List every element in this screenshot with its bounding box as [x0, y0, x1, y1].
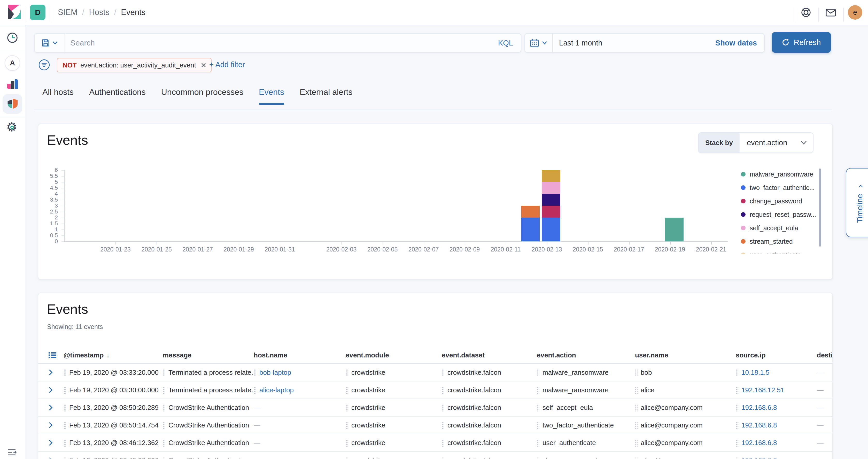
drag-handle[interactable] — [537, 386, 539, 394]
column-header-message[interactable]: message — [163, 351, 254, 359]
legend-item-self-accept-eula[interactable]: self_accept_eula — [741, 223, 798, 233]
kql-search-bar[interactable]: Search KQL — [34, 33, 521, 53]
expand-row-icon[interactable] — [49, 439, 64, 446]
remove-filter-icon[interactable] — [201, 63, 206, 67]
expand-row-icon[interactable] — [49, 457, 64, 459]
cell-host[interactable]: bob-laptop — [254, 369, 346, 376]
cell-host[interactable]: — — [254, 404, 346, 412]
cell-destination[interactable]: — — [817, 404, 833, 412]
drag-handle[interactable] — [736, 421, 738, 429]
cell-message[interactable]: CrowdStrike Authentication — [163, 404, 254, 412]
drag-handle[interactable] — [635, 386, 638, 394]
cell-dataset[interactable]: crowdstrike.falcon — [442, 386, 537, 394]
cell-value[interactable]: crowdstrike.falcon — [447, 456, 501, 459]
cell-value[interactable]: crowdstrike — [351, 439, 385, 447]
column-header-destination-ip[interactable]: destination.ip — [817, 351, 833, 359]
legend-item-malware-ransomware[interactable]: malware_ransomware — [741, 170, 813, 179]
drag-handle[interactable] — [736, 369, 738, 376]
filter-options-button[interactable] — [38, 59, 50, 71]
expand-row-icon[interactable] — [49, 369, 64, 376]
cell-module[interactable]: crowdstrike — [346, 404, 442, 412]
cell-value[interactable]: 192.168.6.8 — [741, 404, 777, 412]
bar-segment-malware-ransomware[interactable] — [665, 218, 684, 241]
drag-handle[interactable] — [442, 386, 444, 394]
drag-handle[interactable] — [64, 439, 66, 447]
cell-message[interactable]: CrowdStrike Authentication — [163, 456, 254, 459]
cell-value[interactable]: crowdstrike.falcon — [447, 386, 501, 394]
column-header-event-dataset[interactable]: event.dataset — [442, 351, 537, 359]
cell-host[interactable]: — — [254, 456, 346, 459]
drag-handle[interactable] — [64, 404, 66, 411]
cell-action[interactable]: self_accept_eula — [537, 404, 635, 412]
cell-value[interactable]: 192.168.6.8 — [741, 421, 777, 429]
drag-handle[interactable] — [635, 404, 638, 411]
cell-value[interactable]: Feb 19, 2020 @ 03:30:00.000 — [69, 386, 159, 394]
cell-timestamp[interactable]: Feb 13, 2020 @ 08:46:12.362 — [64, 439, 163, 447]
column-header-user-name[interactable]: user.name — [635, 351, 736, 359]
drag-handle[interactable] — [442, 439, 444, 447]
cell-destination[interactable]: — — [817, 456, 833, 459]
cell-host[interactable]: — — [254, 421, 346, 429]
cell-source-ip[interactable]: 10.18.1.5 — [736, 369, 817, 376]
cell-value[interactable]: bob-laptop — [259, 369, 291, 376]
legend-item-change-password[interactable]: change_password — [741, 196, 802, 206]
cell-source-ip[interactable]: 192.168.6.8 — [736, 456, 817, 459]
cell-module[interactable]: crowdstrike — [346, 456, 442, 459]
column-header-host-name[interactable]: host.name — [254, 351, 346, 359]
sidebar-item-recently-viewed[interactable] — [0, 32, 25, 43]
drag-handle[interactable] — [736, 439, 738, 447]
cell-value[interactable]: 192.168.6.8 — [741, 456, 777, 459]
drag-handle[interactable] — [442, 421, 444, 429]
query-language-button[interactable]: KQL — [498, 39, 521, 47]
drag-handle[interactable] — [254, 386, 256, 394]
cell-action[interactable]: malware_ransomware — [537, 386, 635, 394]
cell-value[interactable]: alice — [641, 386, 654, 394]
cell-value[interactable]: CrowdStrike Authentication — [168, 439, 249, 447]
space-badge[interactable]: D — [30, 5, 45, 20]
cell-value[interactable]: Feb 13, 2020 @ 08:45:20.236 — [69, 456, 159, 459]
cell-value[interactable]: self_accept_eula — [542, 404, 593, 412]
cell-dataset[interactable]: crowdstrike.falcon — [442, 456, 537, 459]
saved-query-menu-button[interactable] — [35, 34, 65, 52]
cell-value[interactable]: crowdstrike — [351, 421, 385, 429]
show-dates-button[interactable]: Show dates — [715, 39, 764, 47]
cell-source-ip[interactable]: 192.168.6.8 — [736, 404, 817, 412]
cell-value[interactable]: Feb 13, 2020 @ 08:50:14.754 — [69, 421, 159, 429]
cell-value[interactable]: alice@company.com — [641, 439, 703, 447]
drag-handle[interactable] — [736, 404, 738, 411]
drag-handle[interactable] — [635, 421, 638, 429]
user-avatar[interactable]: e — [848, 5, 862, 20]
drag-handle[interactable] — [537, 439, 539, 447]
cell-dataset[interactable]: crowdstrike.falcon — [442, 404, 537, 412]
cell-value[interactable]: 10.18.1.5 — [741, 369, 769, 376]
cell-value[interactable]: 192.168.12.51 — [741, 386, 784, 394]
cell-user[interactable]: alice@company.com — [635, 439, 736, 447]
cell-module[interactable]: crowdstrike — [346, 421, 442, 429]
drag-handle[interactable] — [346, 369, 348, 376]
drag-handle[interactable] — [635, 456, 638, 459]
drag-handle[interactable] — [442, 369, 444, 376]
drag-handle[interactable] — [736, 456, 738, 459]
add-filter-button[interactable]: + Add filter — [209, 60, 245, 69]
drag-handle[interactable] — [254, 369, 256, 376]
cell-value[interactable]: alice-laptop — [259, 386, 294, 394]
cell-value[interactable]: crowdstrike — [351, 404, 385, 412]
cell-host[interactable]: alice-laptop — [254, 386, 346, 394]
cell-value[interactable]: crowdstrike.falcon — [447, 421, 501, 429]
cell-host[interactable]: — — [254, 439, 346, 447]
drag-handle[interactable] — [64, 421, 66, 429]
newsfeed-envelope-icon[interactable] — [826, 9, 836, 17]
cell-destination[interactable]: — — [817, 369, 833, 376]
drag-handle[interactable] — [163, 386, 165, 394]
cell-dataset[interactable]: crowdstrike.falcon — [442, 421, 537, 429]
bar-segment-request-reset-password[interactable] — [542, 194, 560, 206]
bar-segment-user-authenticate[interactable] — [542, 170, 560, 182]
cell-message[interactable]: CrowdStrike Authentication — [163, 421, 254, 429]
drag-handle[interactable] — [442, 404, 444, 411]
drag-handle[interactable] — [537, 421, 539, 429]
cell-source-ip[interactable]: 192.168.6.8 — [736, 439, 817, 447]
cell-value[interactable]: bob — [641, 369, 652, 376]
cell-value[interactable]: Feb 19, 2020 @ 03:33:20.000 — [69, 369, 159, 376]
cell-value[interactable]: alice@company.com — [641, 404, 703, 412]
cell-timestamp[interactable]: Feb 13, 2020 @ 08:50:14.754 — [64, 421, 163, 429]
